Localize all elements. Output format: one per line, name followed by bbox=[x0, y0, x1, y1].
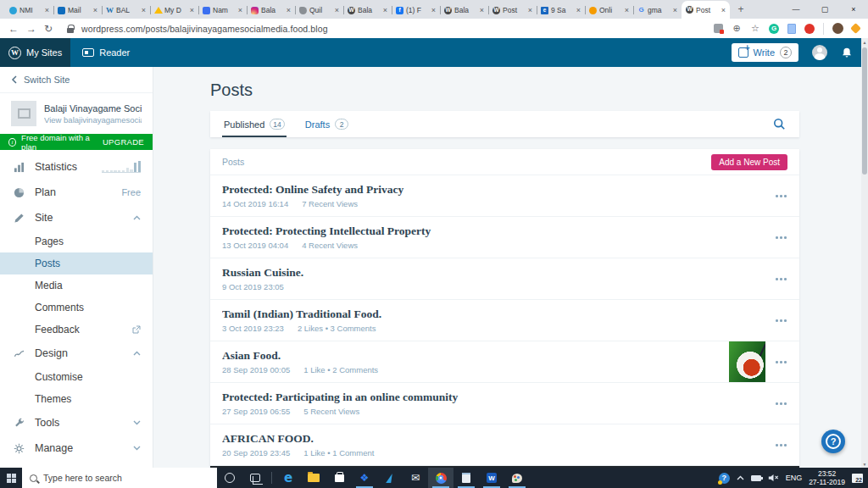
grammarly-icon[interactable]: G bbox=[769, 24, 779, 34]
clock[interactable]: 23:52 27-11-2019 bbox=[809, 469, 845, 486]
sidebar-item-design[interactable]: Design bbox=[0, 341, 153, 366]
sidebar-item-manage[interactable]: Manage bbox=[0, 435, 153, 461]
new-tab-button[interactable]: + bbox=[733, 3, 748, 15]
post-row[interactable]: Asian Food. 28 Sep 2019 00:051 Like • 2 … bbox=[210, 341, 799, 383]
flash-app-button[interactable] bbox=[377, 468, 403, 488]
post-title[interactable]: AFRICAN FOOD. bbox=[222, 432, 765, 446]
store-button[interactable] bbox=[326, 468, 352, 488]
profile-avatar[interactable] bbox=[812, 45, 827, 60]
reload-icon[interactable]: ↻ bbox=[44, 24, 53, 34]
post-actions-ellipsis-icon[interactable] bbox=[776, 402, 787, 405]
post-title[interactable]: Tamil (Indian) Traditional Food. bbox=[222, 308, 765, 321]
tab-close-icon[interactable]: × bbox=[625, 6, 629, 14]
paint-button[interactable] bbox=[504, 468, 530, 488]
bookmark-star-icon[interactable]: ☆ bbox=[750, 24, 760, 34]
sidebar-item-tools[interactable]: Tools bbox=[0, 410, 153, 435]
reader-button[interactable]: Reader bbox=[70, 38, 142, 67]
post-actions-ellipsis-icon[interactable] bbox=[776, 236, 787, 239]
sidebar-item-comments[interactable]: Comments bbox=[0, 297, 153, 319]
upgrade-link[interactable]: UPGRADE bbox=[103, 137, 144, 147]
switch-site-button[interactable]: Switch Site bbox=[0, 67, 153, 93]
sidebar-item-customise[interactable]: Customise bbox=[0, 366, 153, 388]
scroll-down-icon[interactable]: ▼ bbox=[861, 460, 868, 468]
cortana-button[interactable] bbox=[217, 468, 242, 488]
tab-close-icon[interactable]: × bbox=[673, 6, 677, 14]
tab-close-icon[interactable]: × bbox=[431, 6, 436, 14]
post-thumbnail-asian-food[interactable] bbox=[729, 341, 765, 382]
search-icon[interactable] bbox=[773, 118, 786, 130]
sidebar-item-site[interactable]: Site bbox=[0, 205, 153, 230]
scroll-up-icon[interactable]: ▲ bbox=[861, 38, 868, 46]
sidebar-item-statistics[interactable]: Statistics bbox=[0, 154, 153, 180]
browser-tab[interactable]: Nam× bbox=[198, 2, 247, 19]
browser-tab[interactable]: Bala× bbox=[247, 2, 295, 19]
browser-profile-avatar[interactable] bbox=[832, 23, 843, 34]
browser-tab[interactable]: Quil× bbox=[295, 2, 343, 19]
tab-close-icon[interactable]: × bbox=[576, 6, 581, 14]
scrollbar-thumb[interactable] bbox=[862, 47, 867, 175]
extension-icon[interactable] bbox=[714, 24, 723, 33]
tab-close-icon[interactable]: × bbox=[335, 6, 339, 14]
task-view-button[interactable] bbox=[242, 468, 268, 488]
dropbox-button[interactable]: ❖ bbox=[352, 468, 377, 488]
my-sites-button[interactable]: W My Sites bbox=[0, 38, 70, 67]
post-title[interactable]: Russian Cuisine. bbox=[222, 266, 765, 280]
post-title[interactable]: Protected: Protecting Intellectual Prope… bbox=[222, 225, 765, 238]
site-url[interactable]: View balajivinayagamesocialmedia.food bbox=[44, 115, 142, 125]
post-row[interactable]: Protected: Online Safety and Privacy 14 … bbox=[210, 175, 799, 217]
browser-tab[interactable]: WBala× bbox=[440, 2, 488, 19]
tab-close-icon[interactable]: × bbox=[190, 6, 194, 14]
post-row[interactable]: Protected: Protecting Intellectual Prope… bbox=[210, 217, 799, 258]
browser-tab[interactable]: WBala× bbox=[343, 2, 392, 19]
file-explorer-button[interactable] bbox=[301, 468, 326, 488]
browser-tab[interactable]: e9 Sa× bbox=[537, 2, 585, 19]
docs-extension-icon[interactable] bbox=[787, 24, 796, 34]
post-row[interactable]: Russian Cuisine. 9 Oct 2019 23:05 bbox=[210, 258, 799, 300]
browser-tab[interactable]: NMI× bbox=[5, 2, 53, 19]
page-scrollbar[interactable]: ▲ ▼ bbox=[861, 38, 868, 468]
browser-tab[interactable]: Mail× bbox=[53, 2, 102, 19]
sidebar-item-feedback[interactable]: Feedback bbox=[0, 319, 153, 341]
tab-close-icon[interactable]: × bbox=[142, 6, 146, 14]
back-icon[interactable]: ← bbox=[8, 24, 19, 34]
post-row[interactable]: Tamil (Indian) Traditional Food. 3 Oct 2… bbox=[210, 300, 799, 341]
post-actions-ellipsis-icon[interactable] bbox=[776, 194, 787, 197]
url-text[interactable]: wordpress.com/posts/balajivinayagamesoci… bbox=[81, 24, 328, 34]
sidebar-item-pages[interactable]: Pages bbox=[0, 230, 153, 252]
post-title[interactable]: Asian Food. bbox=[222, 349, 721, 363]
post-row[interactable]: Protected: Participating in an online co… bbox=[210, 383, 799, 424]
post-actions-ellipsis-icon[interactable] bbox=[776, 443, 787, 446]
browser-tab[interactable]: Onli× bbox=[585, 2, 633, 19]
action-center-icon[interactable]: 22 bbox=[852, 474, 863, 483]
close-window-button[interactable]: × bbox=[839, 0, 868, 19]
write-button[interactable]: Write 2 bbox=[732, 43, 798, 62]
start-button[interactable] bbox=[0, 468, 22, 488]
adblock-icon[interactable] bbox=[804, 24, 815, 34]
browser-tab[interactable]: WPost× bbox=[488, 2, 537, 19]
sidebar-item-plan[interactable]: Plan Free bbox=[0, 180, 153, 205]
post-actions-ellipsis-icon[interactable] bbox=[776, 277, 787, 280]
site-card[interactable]: Balaji Vinayagame Social media blo View … bbox=[0, 93, 153, 134]
maximize-button[interactable]: ▢ bbox=[810, 0, 839, 19]
sidebar-item-media[interactable]: Media bbox=[0, 274, 153, 297]
post-title[interactable]: Protected: Online Safety and Privacy bbox=[222, 183, 765, 197]
tab-drafts[interactable]: Drafts 2 bbox=[305, 111, 348, 137]
tray-chevron-up-icon[interactable] bbox=[737, 475, 744, 480]
browser-tab[interactable]: My D× bbox=[150, 2, 198, 19]
post-row[interactable]: AFRICAN FOOD. 20 Sep 2019 23:451 Like • … bbox=[210, 424, 799, 466]
post-actions-ellipsis-icon[interactable] bbox=[776, 319, 787, 322]
volume-muted-icon[interactable] bbox=[768, 474, 779, 482]
taskbar-search[interactable]: Type here to search bbox=[22, 468, 217, 488]
post-actions-ellipsis-icon[interactable] bbox=[776, 360, 787, 363]
notepad-button[interactable] bbox=[453, 468, 479, 488]
tab-close-icon[interactable]: × bbox=[93, 6, 97, 14]
help-button[interactable]: ? bbox=[821, 430, 845, 453]
notifications-bell-icon[interactable] bbox=[841, 47, 853, 59]
tab-close-icon[interactable]: × bbox=[528, 6, 532, 14]
browser-tab[interactable]: WBAL× bbox=[102, 2, 150, 19]
tab-close-icon[interactable]: × bbox=[480, 6, 484, 14]
add-new-post-button[interactable]: Add a New Post bbox=[711, 154, 787, 170]
extension-diamond-icon[interactable] bbox=[850, 23, 861, 34]
zoom-icon[interactable]: ⊕ bbox=[732, 24, 742, 34]
tab-close-icon[interactable]: × bbox=[383, 6, 387, 14]
